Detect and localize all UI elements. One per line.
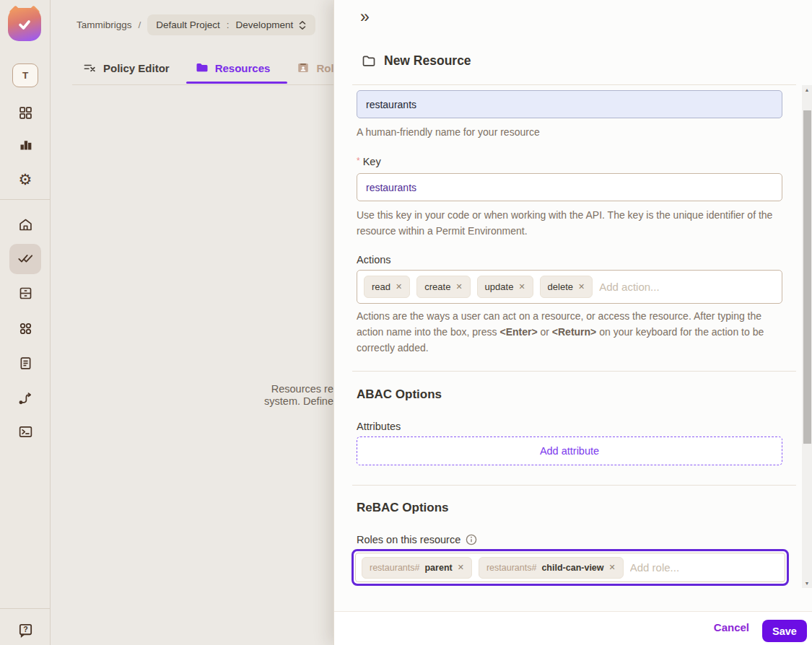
sidebar: T ⚙ ? xyxy=(0,0,51,645)
drawer-title-text: New Resource xyxy=(384,53,471,69)
sidebar-item-connections[interactable] xyxy=(10,384,40,413)
workspace-avatar[interactable]: T xyxy=(12,63,38,87)
cancel-button[interactable]: Cancel xyxy=(714,621,749,633)
helper-text-part: or xyxy=(538,326,552,338)
roles-tag-input[interactable]: restaurants#parent✕ restaurants#child-ca… xyxy=(355,553,785,582)
role-tag: restaurants#child-can-view✕ xyxy=(479,557,624,579)
new-resource-drawer: » New Resource A human-friendly name for… xyxy=(333,0,812,645)
drawer-title: New Resource xyxy=(362,53,471,69)
remove-tag-icon[interactable]: ✕ xyxy=(609,563,616,572)
document-icon xyxy=(18,356,33,371)
drawer-scrollbar[interactable]: ▲ ▼ xyxy=(802,85,812,588)
permit-logo[interactable] xyxy=(8,8,41,41)
roles-label-row: Roles on this resource xyxy=(357,534,477,545)
tab-roles[interactable]: Rol xyxy=(297,61,333,74)
breadcrumb-colon: : xyxy=(227,19,230,30)
actions-tag-input[interactable]: read✕ create✕ update✕ delete✕ xyxy=(357,270,782,304)
scroll-down-icon[interactable]: ▼ xyxy=(802,581,812,586)
action-tag: delete✕ xyxy=(540,276,593,298)
info-icon[interactable] xyxy=(466,534,477,545)
sidebar-item-settings[interactable]: ⚙ xyxy=(10,164,40,193)
key-helper-text: Use this key in your code or when workin… xyxy=(357,207,785,239)
add-role-input[interactable] xyxy=(630,561,779,574)
add-attribute-button[interactable]: Add attribute xyxy=(357,436,782,465)
add-action-input[interactable] xyxy=(599,281,775,293)
breadcrumb-workspace[interactable]: Tammibriggs xyxy=(77,19,132,30)
section-divider xyxy=(352,371,796,372)
environment-name: Development xyxy=(236,19,294,30)
chevron-double-right-icon: » xyxy=(360,7,370,26)
folder-outline-icon xyxy=(362,54,376,69)
sidebar-item-analytics[interactable] xyxy=(10,130,40,159)
resource-name-input[interactable] xyxy=(357,90,782,118)
key-label-text: Key xyxy=(363,156,381,167)
remove-tag-icon[interactable]: ✕ xyxy=(455,282,462,291)
attributes-label: Attributes xyxy=(357,421,401,432)
action-tag: create✕ xyxy=(416,276,470,298)
chevron-updown-icon xyxy=(298,20,307,30)
actions-label: Actions xyxy=(357,254,391,266)
drawer-footer: Cancel Save xyxy=(334,611,812,645)
role-resource-prefix: restaurants# xyxy=(486,563,536,573)
key-label: *Key xyxy=(357,156,381,167)
terminal-icon xyxy=(18,424,33,439)
abac-options-heading: ABAC Options xyxy=(357,387,442,402)
tab-bar: Policy Editor Resources Rol xyxy=(83,56,334,79)
tab-resources[interactable]: Resources xyxy=(196,61,271,74)
roles-label: Roles on this resource xyxy=(357,534,460,545)
roles-tag-input-focused: restaurants#parent✕ restaurants#child-ca… xyxy=(352,549,789,586)
double-check-icon xyxy=(17,250,33,266)
scrollbar-thumb[interactable] xyxy=(803,110,811,444)
actions-helper-text: Actions are the ways a user can act on a… xyxy=(357,308,785,356)
empty-state-line: system. Define xyxy=(264,395,333,408)
avatar-letter: T xyxy=(22,70,28,81)
sidebar-item-logs[interactable] xyxy=(10,348,40,377)
tab-policy-editor[interactable]: Policy Editor xyxy=(83,61,170,75)
sidebar-divider xyxy=(0,199,51,200)
action-tag-label: read xyxy=(372,281,390,292)
bar-chart-icon xyxy=(18,137,33,152)
role-tag: restaurants#parent✕ xyxy=(362,557,472,579)
header-divider xyxy=(352,84,796,85)
breadcrumb: Tammibriggs / Default Project : Developm… xyxy=(77,14,315,35)
section-divider xyxy=(352,485,796,486)
save-button[interactable]: Save xyxy=(762,620,807,642)
resource-key-input[interactable] xyxy=(357,173,782,201)
active-tab-underline xyxy=(186,82,287,84)
role-resource-prefix: restaurants# xyxy=(370,563,419,573)
required-asterisk: * xyxy=(357,156,360,166)
help-button[interactable]: ? xyxy=(10,615,40,644)
breadcrumb-separator: / xyxy=(139,19,141,30)
remove-tag-icon[interactable]: ✕ xyxy=(458,563,464,572)
remove-tag-icon[interactable]: ✕ xyxy=(578,282,585,291)
svg-text:?: ? xyxy=(23,625,27,633)
remove-tag-icon[interactable]: ✕ xyxy=(518,282,525,291)
role-name: child-can-view xyxy=(541,563,603,573)
action-tag-label: delete xyxy=(548,281,573,292)
sidebar-item-apps[interactable] xyxy=(10,314,40,343)
sidebar-item-home[interactable] xyxy=(10,210,40,239)
sidebar-divider xyxy=(0,608,51,609)
sidebar-item-data[interactable] xyxy=(10,278,40,307)
tab-label: Policy Editor xyxy=(103,62,170,74)
return-key-hint: <Return> xyxy=(552,326,596,338)
project-environment-selector[interactable]: Default Project : Development xyxy=(147,14,315,35)
action-tag-label: update xyxy=(485,281,514,292)
sidebar-item-policy[interactable] xyxy=(10,244,40,273)
tab-label: Rol xyxy=(316,62,333,74)
circles-icon xyxy=(18,321,33,336)
empty-state-line: Resources re xyxy=(264,383,333,395)
id-badge-icon xyxy=(297,61,310,74)
scroll-up-icon[interactable]: ▲ xyxy=(802,87,812,92)
gear-icon: ⚙ xyxy=(19,172,32,187)
sidebar-item-dashboard[interactable] xyxy=(10,98,40,127)
remove-tag-icon[interactable]: ✕ xyxy=(396,282,402,291)
sidebar-item-terminal[interactable] xyxy=(10,417,40,446)
archive-icon xyxy=(18,286,33,301)
action-tag: read✕ xyxy=(364,276,410,298)
enter-key-hint: <Enter> xyxy=(499,326,537,338)
tab-label: Resources xyxy=(215,62,271,74)
action-tag-label: create xyxy=(424,281,450,292)
rebac-options-heading: ReBAC Options xyxy=(357,501,449,515)
collapse-drawer-button[interactable]: » xyxy=(360,9,370,25)
